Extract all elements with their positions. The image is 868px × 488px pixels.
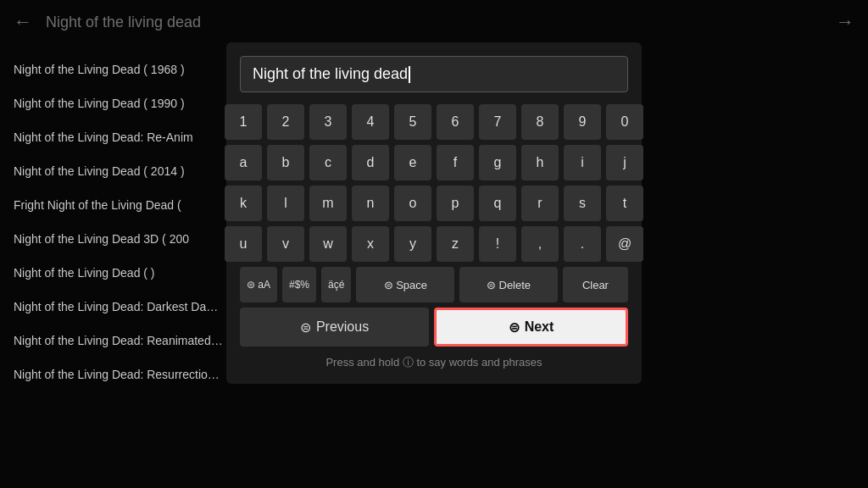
- search-results-list: Night of the Living Dead ( 1968 )Night o…: [0, 44, 237, 488]
- key-b[interactable]: b: [267, 145, 304, 180]
- keyboard-row-special: ⊜ aA #$% äçé ⊜ Space ⊜ Delete Clear: [240, 267, 628, 302]
- text-cursor: [409, 66, 410, 83]
- key-q[interactable]: q: [479, 186, 516, 221]
- key-g[interactable]: g: [479, 145, 516, 180]
- key-r[interactable]: r: [521, 186, 559, 221]
- key-k[interactable]: k: [225, 186, 262, 221]
- action-row: ⊜ Previous ⊜ Next: [240, 308, 628, 347]
- key-l[interactable]: l: [267, 186, 304, 221]
- key-@[interactable]: @: [606, 226, 643, 262]
- key-7[interactable]: 7: [479, 104, 516, 140]
- key-y[interactable]: y: [394, 226, 431, 262]
- key-w[interactable]: w: [309, 226, 347, 262]
- keyboard-grid: 1234567890 abcdefghij klmnopqrst uvwxyz!…: [240, 104, 628, 302]
- key-4[interactable]: 4: [352, 104, 389, 140]
- previous-button[interactable]: ⊜ Previous: [240, 308, 429, 347]
- key-j[interactable]: j: [606, 145, 643, 180]
- list-item[interactable]: Night of the Living Dead 3D ( 200: [0, 222, 237, 256]
- list-item[interactable]: Night of the Living Dead: Re-Anim: [0, 120, 237, 154]
- list-item[interactable]: Night of the Living Dead ( 1968 ): [0, 53, 237, 86]
- key-h[interactable]: h: [521, 145, 559, 180]
- previous-label: Previous: [316, 319, 369, 335]
- key-v[interactable]: v: [267, 226, 304, 262]
- key-z[interactable]: z: [437, 226, 474, 262]
- keyboard-row-k: klmnopqrst: [240, 186, 628, 221]
- key-o[interactable]: o: [394, 186, 431, 221]
- key-.[interactable]: .: [564, 226, 601, 262]
- key-u[interactable]: u: [225, 226, 262, 262]
- previous-icon: ⊜: [300, 319, 311, 336]
- key-3[interactable]: 3: [309, 104, 347, 140]
- key-9[interactable]: 9: [564, 104, 601, 140]
- list-item[interactable]: Night of the Living Dead: Resurrection (…: [0, 358, 237, 391]
- list-item[interactable]: Night of the Living Dead ( ): [0, 256, 237, 290]
- key-5[interactable]: 5: [394, 104, 431, 140]
- key-![interactable]: !: [479, 226, 516, 262]
- key-accents[interactable]: äçé: [321, 267, 351, 302]
- search-input-text: Night of the living dead: [253, 65, 408, 83]
- key-,[interactable]: ,: [521, 226, 559, 262]
- next-label: Next: [525, 319, 554, 335]
- key-e[interactable]: e: [394, 145, 431, 180]
- list-item[interactable]: Fright Night of the Living Dead (: [0, 188, 237, 222]
- key-t[interactable]: t: [606, 186, 643, 221]
- keyboard-row-numbers: 1234567890: [240, 104, 628, 140]
- key-2[interactable]: 2: [267, 104, 304, 140]
- keyboard-row-u: uvwxyz!,.@: [240, 226, 628, 262]
- list-item[interactable]: Night of the Living Dead: Darkest Dawn (…: [0, 290, 237, 324]
- key-space[interactable]: ⊜ Space: [356, 267, 454, 302]
- hint-text: Press and hold ⓘ to say words and phrase…: [240, 355, 628, 370]
- next-button[interactable]: ⊜ Next: [434, 308, 628, 347]
- key-n[interactable]: n: [352, 186, 389, 221]
- search-input-display[interactable]: Night of the living dead: [240, 56, 628, 92]
- key-6[interactable]: 6: [437, 104, 474, 140]
- key-i[interactable]: i: [564, 145, 601, 180]
- next-icon: ⊜: [509, 319, 520, 336]
- key-aA[interactable]: ⊜ aA: [240, 267, 277, 302]
- key-a[interactable]: a: [225, 145, 262, 180]
- key-clear[interactable]: Clear: [563, 267, 628, 302]
- key-m[interactable]: m: [309, 186, 347, 221]
- list-item[interactable]: Night of the Living Dead ( 2014 ): [0, 154, 237, 188]
- key-8[interactable]: 8: [521, 104, 559, 140]
- key-d[interactable]: d: [352, 145, 389, 180]
- key-symbols[interactable]: #$%: [282, 267, 316, 302]
- key-0[interactable]: 0: [606, 104, 643, 140]
- list-item[interactable]: Night of the Living Dead: Reanimated ( 2…: [0, 324, 237, 358]
- keyboard-modal: Night of the living dead 1234567890 abcd…: [226, 42, 642, 384]
- key-delete[interactable]: ⊜ Delete: [459, 267, 558, 302]
- key-s[interactable]: s: [564, 186, 601, 221]
- keyboard-row-a: abcdefghij: [240, 145, 628, 180]
- key-f[interactable]: f: [437, 145, 474, 180]
- key-c[interactable]: c: [309, 145, 347, 180]
- key-x[interactable]: x: [352, 226, 389, 262]
- key-1[interactable]: 1: [225, 104, 262, 140]
- key-p[interactable]: p: [437, 186, 474, 221]
- list-item[interactable]: Night of the Living Dead ( 1990 ): [0, 86, 237, 120]
